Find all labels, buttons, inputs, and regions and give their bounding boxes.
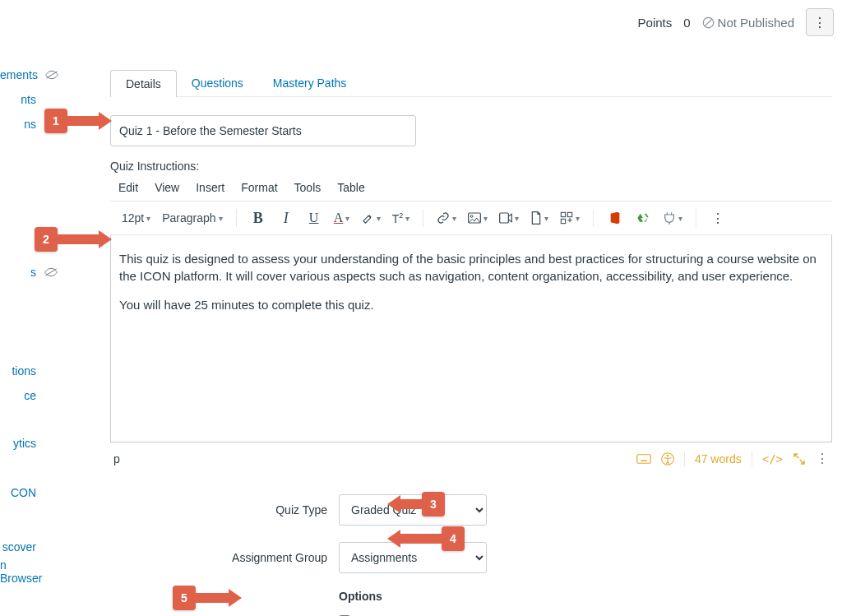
- editor-paragraph: This quiz is designed to assess your und…: [119, 250, 820, 285]
- rce-menu-edit[interactable]: Edit: [118, 181, 138, 194]
- nav-link[interactable]: s: [30, 266, 36, 279]
- image-icon: [468, 212, 481, 224]
- link-button[interactable]: ▾: [433, 206, 460, 229]
- office-icon: [608, 211, 622, 225]
- tab-mastery-paths[interactable]: Mastery Paths: [258, 70, 361, 97]
- hidden-icon: [43, 267, 59, 277]
- svg-point-5: [471, 215, 474, 218]
- rce-menu-insert[interactable]: Insert: [196, 181, 224, 194]
- tab-questions[interactable]: Questions: [177, 70, 258, 97]
- hidden-icon: [44, 70, 59, 80]
- rce-menu-table[interactable]: Table: [337, 181, 364, 194]
- underline-button[interactable]: U: [303, 206, 326, 229]
- highlight-button[interactable]: ▾: [359, 206, 384, 229]
- nav-item[interactable]: ce: [0, 383, 69, 408]
- rce-element-path[interactable]: p: [113, 452, 636, 465]
- text-color-button[interactable]: A▾: [331, 206, 354, 229]
- bold-button[interactable]: B: [247, 206, 270, 229]
- external-tool-panopto[interactable]: [632, 206, 655, 229]
- nav-link[interactable]: scover: [2, 540, 36, 553]
- nav-item[interactable]: tions: [0, 359, 69, 383]
- editor-paragraph: You will have 25 minutes to complete thi…: [119, 296, 820, 313]
- nav-link[interactable]: n Browser: [0, 558, 42, 585]
- tab-details[interactable]: Details: [110, 70, 177, 97]
- rce-menu-view[interactable]: View: [155, 181, 179, 194]
- points-label: Points: [638, 16, 673, 30]
- nav-item[interactable]: scover: [0, 535, 69, 559]
- assignment-group-label: Assignment Group: [110, 551, 339, 564]
- apps-icon: [560, 211, 573, 225]
- nav-link[interactable]: nts: [21, 93, 36, 106]
- text-color-icon: A: [334, 211, 344, 225]
- fullscreen-button[interactable]: [793, 452, 806, 465]
- keyboard-icon[interactable]: [636, 453, 651, 465]
- document-icon: [530, 211, 542, 225]
- course-nav: ements nts ns s tions ce ytics CON scove…: [0, 0, 69, 616]
- superscript-button[interactable]: T2▾: [389, 206, 414, 229]
- svg-rect-6: [500, 213, 509, 223]
- svg-rect-9: [562, 219, 566, 223]
- callout-4: 4: [387, 526, 465, 551]
- word-count[interactable]: 47 words: [695, 452, 742, 465]
- rce-menu-tools[interactable]: Tools: [294, 181, 322, 194]
- external-tool-more[interactable]: ▾: [659, 206, 686, 229]
- callout-2: 2: [35, 227, 112, 252]
- plugin-icon: [663, 211, 676, 225]
- external-tool-office[interactable]: [604, 206, 627, 229]
- callout-1: 1: [44, 109, 112, 133]
- media-icon: [499, 212, 512, 224]
- html-view-toggle[interactable]: </>: [762, 452, 783, 465]
- instructions-label: Quiz Instructions:: [110, 160, 832, 173]
- nav-link[interactable]: ements: [0, 68, 38, 81]
- svg-rect-10: [637, 454, 651, 463]
- bold-icon: B: [253, 210, 263, 227]
- rce-menu-bar: Edit View Insert Format Tools Table: [110, 173, 832, 201]
- rce-menu-format[interactable]: Format: [241, 181, 277, 194]
- italic-button[interactable]: I: [275, 206, 298, 229]
- accessibility-icon[interactable]: [661, 452, 674, 465]
- rce-editor-body[interactable]: This quiz is designed to assess your und…: [110, 235, 832, 442]
- nav-item[interactable]: n Browser: [0, 559, 69, 584]
- more-options-button[interactable]: [806, 8, 834, 36]
- not-published-status: Not Published: [702, 16, 794, 30]
- font-size-select[interactable]: 12pt▾: [118, 206, 154, 229]
- rce-toolbar: 12pt▾ Paragraph▾ B I U A▾ ▾ T2▾ ▾ ▾ ▾ ▾: [110, 201, 832, 235]
- svg-line-3: [705, 19, 712, 26]
- toolbar-more-button[interactable]: [706, 206, 729, 229]
- nav-item[interactable]: CON: [0, 480, 69, 505]
- options-heading: Options: [339, 590, 439, 603]
- media-button[interactable]: ▾: [496, 206, 522, 229]
- nav-item[interactable]: ytics: [0, 431, 69, 456]
- highlight-icon: [362, 212, 374, 225]
- quiz-title-input[interactable]: [110, 115, 416, 146]
- callout-5: 5: [173, 586, 242, 610]
- svg-point-17: [667, 454, 669, 456]
- callout-3: 3: [387, 492, 445, 516]
- points-value: 0: [683, 16, 690, 30]
- link-icon: [437, 211, 450, 225]
- nav-link[interactable]: ytics: [13, 437, 36, 450]
- quiz-header-right: Points 0 Not Published: [638, 8, 834, 36]
- quiz-editor-main: Details Questions Mastery Paths Quiz Ins…: [110, 69, 832, 616]
- image-button[interactable]: ▾: [465, 206, 491, 229]
- underline-icon: U: [309, 211, 319, 225]
- nav-link[interactable]: tions: [12, 364, 36, 377]
- svg-rect-7: [562, 212, 566, 216]
- nav-link[interactable]: ns: [24, 118, 36, 131]
- nav-item[interactable]: s: [0, 260, 69, 285]
- quiz-type-label: Quiz Type: [110, 503, 339, 516]
- apps-button[interactable]: ▾: [557, 206, 583, 229]
- nav-link[interactable]: CON: [11, 486, 36, 499]
- superscript-icon: T2: [392, 211, 404, 225]
- document-button[interactable]: ▾: [527, 206, 552, 229]
- no-icon: [702, 16, 715, 29]
- recycle-icon: [636, 211, 650, 225]
- vertical-dots-icon: [711, 211, 724, 226]
- block-format-select[interactable]: Paragraph▾: [159, 206, 225, 229]
- nav-item[interactable]: ements: [0, 63, 69, 87]
- quiz-tabs: Details Questions Mastery Paths: [110, 69, 832, 97]
- rce-status-bar: p 47 words </>: [110, 442, 832, 466]
- nav-link[interactable]: ce: [24, 389, 36, 402]
- status-bar-more[interactable]: [816, 451, 829, 466]
- vertical-dots-icon: [813, 15, 826, 30]
